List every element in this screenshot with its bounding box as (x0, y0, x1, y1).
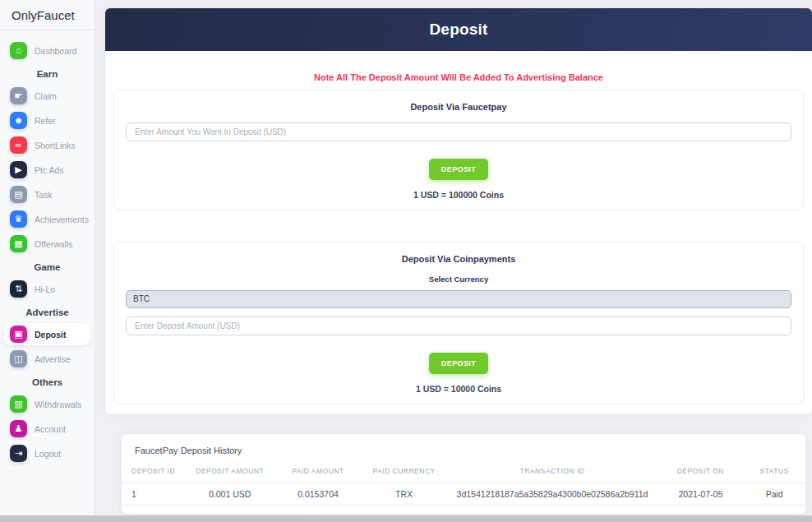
table-row: 1 0.001 USD 0.0153704 TRX 3d1541218187a5… (122, 483, 805, 506)
column-header: DEPOSIT AMOUNT (185, 464, 275, 483)
sidebar-item-shortlinks[interactable]: ∞ ShortLinks (4, 134, 90, 156)
deposit-id-cell: 1 (122, 483, 185, 506)
page-title: Deposit (429, 21, 487, 39)
column-header: TRANSACTION ID (447, 464, 658, 483)
column-header: DEPOSIT ID (122, 464, 185, 483)
deposit-card: Deposit Note All The Deposit Amount Will… (105, 8, 812, 414)
sidebar-item-label: Logout (35, 449, 61, 459)
sidebar-item-dashboard[interactable]: ⌂ Dashboard (4, 39, 90, 62)
faucetpay-section-heading: Deposit Via Faucetpay (126, 102, 791, 112)
faucetpay-button-row: DEPOSIT (126, 159, 791, 180)
sidebar-item-label: Deposit (35, 330, 67, 340)
brand-logo[interactable]: OnlyFaucet (0, 0, 95, 30)
sidebar-item-label: Advertise (35, 354, 71, 364)
column-header: DEPOSIT ON (657, 464, 743, 483)
coinpayments-button-row: DEPOSIT (126, 353, 791, 374)
money-card-icon: ▣ (10, 326, 27, 343)
faucetpay-amount-input[interactable] (126, 122, 791, 141)
main-content: Deposit Note All The Deposit Amount Will… (95, 0, 812, 522)
transaction-id-cell: 3d1541218187a5a35829a4300b0e02586a2b911d (447, 483, 658, 506)
page-header: Deposit (105, 8, 812, 51)
sidebar-item-label: Ptc Ads (35, 165, 64, 175)
sidebar-item-label: Refer (35, 116, 56, 126)
faucetpay-deposit-section: Deposit Via Faucetpay DEPOSIT 1 USD = 10… (113, 90, 804, 210)
sidebar-item-advertise[interactable]: ◫ Advertise (4, 348, 90, 370)
column-header: PAID CURRENCY (362, 464, 447, 483)
horizontal-scrollbar (0, 515, 812, 522)
faucetpay-history-title: FaucetPay Deposit History (122, 434, 805, 464)
sidebar-item-task[interactable]: ▤ Task (4, 183, 90, 206)
coinpayments-deposit-section: Deposit Via Coinpayments Select Currency… (113, 242, 804, 404)
sidebar-item-label: Dashboard (35, 46, 76, 56)
sidebar-item-withdrawals[interactable]: ▥ Withdrawals (4, 393, 90, 415)
link-icon: ∞ (10, 136, 27, 154)
faucetpay-rate-text: 1 USD = 100000 Coins (126, 190, 791, 200)
sidebar-item-label: Account (35, 424, 66, 434)
sidebar-item-label: Hi-Lo (35, 284, 55, 294)
hand-claim-icon: ☛ (10, 87, 27, 104)
sidebar-item-account[interactable]: ♟ Account (4, 418, 90, 440)
coinpayments-section-heading: Deposit Via Coinpayments (126, 254, 791, 264)
sidebar-item-label: Achievements (35, 215, 89, 224)
sidebar-item-label: ShortLinks (35, 141, 76, 150)
sidebar-item-hi-lo[interactable]: ⇅ Hi-Lo (4, 278, 90, 300)
faucetpay-history-card: FaucetPay Deposit History DEPOSIT ID DEP… (122, 434, 805, 514)
sidebar-section-others: Others (0, 377, 95, 387)
clipboard-icon: ▤ (10, 186, 27, 203)
sidebar-section-advertise: Advertise (0, 307, 95, 317)
faucetpay-history-table: DEPOSIT ID DEPOSIT AMOUNT PAID AMOUNT PA… (122, 464, 805, 506)
sidebar-section-game: Game (0, 262, 95, 272)
paid-amount-cell: 0.0153704 (275, 483, 361, 506)
sidebar-item-label: Task (35, 190, 53, 200)
users-icon: ☻ (10, 112, 27, 129)
coinpayments-rate-text: 1 USD = 10000 Coins (126, 384, 791, 394)
person-icon: ♟ (10, 420, 27, 437)
table-header-row: DEPOSIT ID DEPOSIT AMOUNT PAID AMOUNT PA… (122, 464, 805, 483)
deposit-on-cell: 2021-07-05 (657, 483, 743, 506)
sidebar-item-label: Claim (35, 91, 57, 101)
column-header: PAID AMOUNT (275, 464, 361, 483)
horizontal-scrollbar-thumb[interactable] (0, 515, 812, 522)
ad-screen-icon: ◫ (10, 350, 27, 367)
sidebar-item-claim[interactable]: ☛ Claim (4, 85, 90, 107)
sidebar-item-achievements[interactable]: ♛ Achievements (4, 208, 90, 230)
deposit-card-body: Note All The Deposit Amount Will Be Adde… (105, 51, 812, 414)
faucetpay-deposit-button[interactable]: DEPOSIT (429, 159, 488, 180)
sidebar: OnlyFaucet ⌂ Dashboard Earn ☛ Claim ☻ Re… (0, 0, 95, 522)
cursor-icon: ▶ (10, 161, 27, 178)
logout-arrow-icon: ⇥ (10, 445, 27, 462)
advertising-balance-note: Note All The Deposit Amount Will Be Adde… (113, 72, 804, 82)
sidebar-item-offerwalls[interactable]: ▦ Offerwalls (4, 233, 90, 255)
select-currency-label: Select Currency (126, 275, 791, 284)
home-icon: ⌂ (10, 42, 27, 59)
sidebar-nav: ⌂ Dashboard Earn ☛ Claim ☻ Refer ∞ Short… (0, 30, 95, 464)
deposit-amount-cell: 0.001 USD (185, 483, 275, 506)
paid-currency-cell: TRX (362, 483, 447, 506)
column-header: STATUS (743, 464, 805, 483)
status-cell: Paid (743, 483, 805, 506)
currency-select[interactable]: BTC (126, 290, 791, 308)
trophy-icon: ♛ (10, 210, 27, 228)
coinpayments-amount-input[interactable] (126, 316, 791, 335)
wall-grid-icon: ▦ (10, 235, 27, 252)
sidebar-item-label: Withdrawals (35, 400, 81, 409)
up-down-arrows-icon: ⇅ (10, 280, 27, 298)
coinpayments-deposit-button[interactable]: DEPOSIT (429, 353, 488, 374)
sidebar-item-deposit[interactable]: ▣ Deposit (4, 323, 90, 345)
sidebar-item-logout[interactable]: ⇥ Logout (4, 442, 90, 464)
sidebar-item-refer[interactable]: ☻ Refer (4, 109, 90, 132)
sidebar-section-earn: Earn (0, 69, 95, 79)
banknote-icon: ▥ (10, 395, 27, 413)
sidebar-item-ptc-ads[interactable]: ▶ Ptc Ads (4, 159, 90, 181)
sidebar-item-label: Offerwalls (35, 239, 73, 249)
